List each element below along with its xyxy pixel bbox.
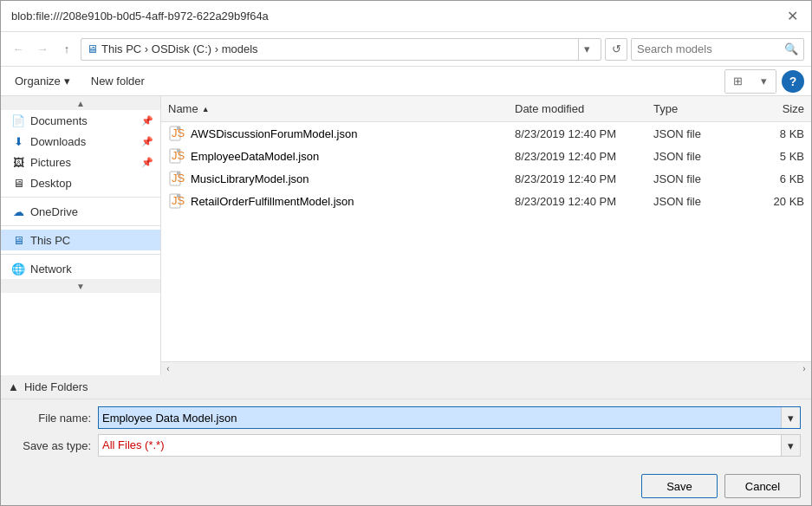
filename-dropdown-button[interactable]: ▾ (781, 407, 800, 428)
sidebar-divider-3 (1, 254, 160, 255)
cancel-button[interactable]: Cancel (724, 474, 801, 498)
title-bar-text: blob:file:///208e910b-b0d5-4aff-b972-622… (11, 10, 269, 23)
sidebar-scroll-down[interactable]: ▼ (1, 279, 160, 293)
file-name: AWSDiscussionForumModel.json (191, 127, 357, 140)
save-button[interactable]: Save (641, 474, 718, 498)
horizontal-scrollbar[interactable]: ‹ › (161, 361, 811, 375)
svg-text:JSON: JSON (172, 149, 185, 162)
saveastype-wrap: All Files (*.*) ▾ (98, 434, 801, 457)
col-header-size[interactable]: Size (742, 97, 811, 120)
file-type: JSON file (646, 124, 742, 144)
onedrive-icon: ☁ (11, 204, 25, 218)
sort-chevron-icon: ▲ (202, 105, 210, 114)
file-type: JSON file (646, 146, 742, 166)
sidebar-item-pictures[interactable]: 🖼 Pictures 📌 (1, 152, 160, 172)
file-date: 8/23/2019 12:40 PM (508, 169, 646, 189)
json-file-icon: JSON (168, 147, 185, 165)
file-date: 8/23/2019 12:40 PM (508, 191, 646, 211)
table-row[interactable]: JSON AWSDiscussionForumModel.json 8/23/2… (161, 122, 811, 145)
col-header-type[interactable]: Type (646, 97, 742, 120)
file-name: EmployeeDataModel.json (191, 150, 319, 163)
filename-input-wrap: ▾ (98, 406, 801, 429)
file-date: 8/23/2019 12:40 PM (508, 124, 646, 144)
table-row[interactable]: JSON EmployeeDataModel.json 8/23/2019 12… (161, 145, 811, 167)
svg-text:JSON: JSON (172, 126, 185, 139)
scroll-right-button[interactable]: › (797, 362, 811, 376)
desktop-icon: 🖥 (11, 176, 25, 190)
address-path: This PC › OSDisk (C:) › models (101, 42, 575, 55)
file-size: 5 KB (742, 146, 811, 166)
hide-folders-label: Hide Folders (24, 380, 88, 393)
sidebar-item-onedrive[interactable]: ☁ OneDrive (1, 201, 160, 222)
footer-buttons: Save Cancel (1, 469, 811, 505)
file-size: 20 KB (742, 191, 811, 211)
json-file-icon: JSON (168, 192, 185, 210)
address-bar[interactable]: 🖥 This PC › OSDisk (C:) › models ▾ (81, 38, 601, 61)
documents-icon: 📄 (11, 114, 25, 127)
sidebar-divider-2 (1, 225, 160, 226)
filename-row: File name: ▾ (11, 406, 801, 429)
file-type: JSON file (646, 169, 742, 189)
view-icon[interactable]: ⊞ (725, 70, 750, 93)
pin-icon: 📌 (141, 115, 153, 126)
scroll-track (175, 362, 797, 375)
view-dropdown-button[interactable]: ▾ (751, 70, 776, 93)
title-bar: blob:file:///208e910b-b0d5-4aff-b972-622… (1, 1, 811, 32)
bottom-area: ▲ Hide Folders File name: ▾ Save as type… (1, 375, 811, 505)
file-size: 8 KB (742, 124, 811, 144)
address-dropdown-button[interactable]: ▾ (578, 38, 595, 61)
json-file-icon: JSON (168, 125, 185, 142)
sidebar-item-desktop[interactable]: 🖥 Desktop (1, 172, 160, 193)
close-button[interactable]: ✕ (783, 8, 801, 25)
table-row[interactable]: JSON RetailOrderFulfillmentModel.json 8/… (161, 190, 811, 212)
saveastype-value: All Files (*.*) (99, 434, 781, 457)
sidebar: ▲ 📄 Documents 📌 ⬇ Downloads 📌 🖼 Pictures… (1, 96, 161, 375)
file-type: JSON file (646, 191, 742, 211)
up-button[interactable]: ↑ (56, 39, 77, 60)
sidebar-item-downloads[interactable]: ⬇ Downloads 📌 (1, 131, 160, 152)
hide-folders-row[interactable]: ▲ Hide Folders (1, 375, 811, 399)
saveastype-row: Save as type: All Files (*.*) ▾ (11, 434, 801, 457)
back-button[interactable]: ← (8, 39, 29, 60)
file-date: 8/23/2019 12:40 PM (508, 146, 646, 166)
forward-button[interactable]: → (32, 39, 53, 60)
search-icon: 🔍 (784, 42, 798, 55)
network-icon: 🌐 (11, 262, 25, 276)
saveastype-dropdown-button[interactable]: ▾ (781, 435, 800, 456)
pictures-icon: 🖼 (11, 155, 25, 169)
sidebar-item-network[interactable]: 🌐 Network (1, 258, 160, 279)
file-list: JSON AWSDiscussionForumModel.json 8/23/2… (161, 122, 811, 361)
organize-button[interactable]: Organize ▾ (8, 72, 77, 90)
svg-text:JSON: JSON (172, 172, 185, 185)
filename-label: File name: (11, 412, 98, 425)
col-header-date[interactable]: Date modified (508, 97, 646, 120)
filename-input[interactable] (99, 407, 781, 428)
file-pane: Name ▲ Date modified Type Size (161, 96, 811, 375)
refresh-button[interactable]: ↺ (605, 38, 627, 61)
downloads-icon: ⬇ (11, 134, 25, 148)
search-bar: 🔍 (631, 38, 804, 61)
file-name: MusicLibraryModel.json (191, 172, 309, 185)
file-name: RetailOrderFulfillmentModel.json (191, 195, 354, 208)
sidebar-divider-1 (1, 197, 160, 198)
svg-text:JSON: JSON (172, 194, 185, 207)
json-file-icon: JSON (168, 170, 185, 187)
toolbar: ← → ↑ 🖥 This PC › OSDisk (C:) › models ▾… (1, 32, 811, 67)
sidebar-item-thispc[interactable]: 🖥 This PC (1, 230, 160, 250)
organize-chevron-icon: ▾ (64, 75, 70, 88)
pin-icon-3: 📌 (141, 157, 153, 168)
pin-icon-2: 📌 (141, 136, 153, 147)
sidebar-item-documents[interactable]: 📄 Documents 📌 (1, 110, 160, 131)
help-button[interactable]: ? (782, 70, 804, 93)
organize-bar: Organize ▾ New folder ⊞ ▾ ? (1, 67, 811, 96)
sidebar-scroll-up[interactable]: ▲ (1, 96, 160, 110)
search-input[interactable] (637, 42, 784, 55)
table-row[interactable]: JSON MusicLibraryModel.json 8/23/2019 12… (161, 167, 811, 190)
new-folder-button[interactable]: New folder (84, 72, 152, 90)
view-toggle: ⊞ ▾ (724, 69, 776, 94)
main-content: ▲ 📄 Documents 📌 ⬇ Downloads 📌 🖼 Pictures… (1, 96, 811, 375)
thispc-icon: 🖥 (11, 233, 25, 247)
saveastype-label: Save as type: (11, 439, 98, 452)
scroll-left-button[interactable]: ‹ (161, 362, 175, 376)
col-header-name[interactable]: Name ▲ (161, 97, 508, 120)
